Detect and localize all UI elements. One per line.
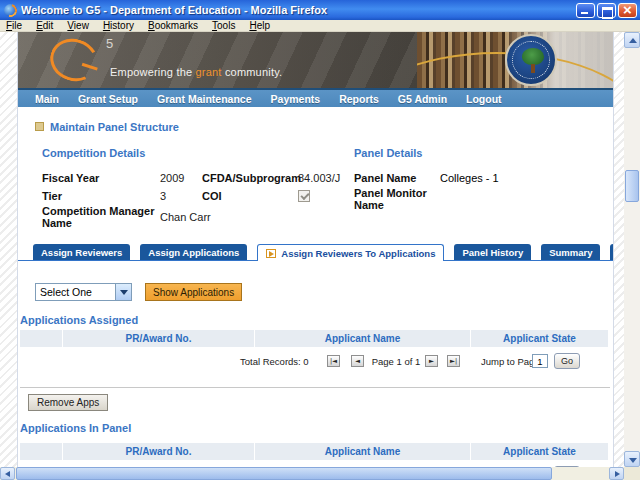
previous-page-button[interactable]: ◄	[351, 355, 364, 367]
nav-payments[interactable]: Payments	[271, 93, 321, 105]
competition-manager-label: Competition Manager Name	[42, 205, 160, 229]
scroll-up-arrow-icon[interactable]	[624, 32, 640, 48]
page-content: 5 Empowering the grant community. Main G…	[18, 32, 613, 467]
active-tab-label: Assign Reviewers To Applications	[281, 248, 435, 259]
menu-view[interactable]: View	[67, 20, 89, 31]
jump-to-page-input[interactable]	[532, 354, 548, 368]
horizontal-scroll-thumb[interactable]	[16, 467, 552, 480]
seal-trunk-icon	[531, 64, 535, 73]
page-title-bullet-icon	[35, 122, 44, 131]
tab-assign-applications[interactable]: Assign Applications	[140, 244, 247, 260]
competition-manager-value: Chan Carr	[160, 211, 348, 223]
tier-label: Tier	[42, 190, 160, 202]
menu-bookmarks[interactable]: Bookmarks	[148, 20, 198, 31]
window-title: Welcome to G5 - Department of Education …	[21, 4, 576, 16]
scroll-right-arrow-icon[interactable]	[609, 467, 624, 480]
tagline-post: community.	[222, 66, 283, 78]
fiscal-year-label: Fiscal Year	[42, 172, 160, 184]
vertical-scrollbar[interactable]	[624, 32, 640, 467]
panel-details: Panel Details Panel Name Colleges - 1 Pa…	[348, 147, 613, 223]
tab-confirmation[interactable]: Confirmation	[610, 244, 613, 260]
tagline-pre: Empowering the	[110, 66, 196, 78]
tier-row: Tier 3 COI	[42, 187, 348, 204]
tagline-accent: grant	[196, 66, 222, 78]
main-navigation: Main Grant Setup Grant Maintenance Payme…	[18, 88, 613, 107]
menu-edit[interactable]: Edit	[36, 20, 53, 31]
panel-details-heading: Panel Details	[354, 147, 613, 161]
page-indicator: Page 1 of 1	[370, 356, 422, 367]
browser-viewport: 5 Empowering the grant community. Main G…	[0, 32, 640, 467]
application-filter-select[interactable]: Select One	[35, 283, 132, 301]
tier-value: 3	[160, 190, 202, 202]
column-applicant-state: Applicant State	[471, 330, 608, 347]
nav-logout[interactable]: Logout	[466, 93, 502, 105]
vertical-scroll-thumb[interactable]	[625, 170, 639, 202]
panel-name-label: Panel Name	[354, 172, 440, 184]
menu-tools[interactable]: Tools	[212, 20, 235, 31]
page-title-row: Maintain Panel Structure	[35, 120, 613, 133]
divider	[20, 387, 610, 388]
next-page-button[interactable]: ►	[425, 355, 438, 367]
cfda-value: 84.003/J	[298, 172, 348, 184]
tab-summary[interactable]: Summary	[541, 244, 600, 260]
horizontal-scrollbar[interactable]	[0, 467, 624, 480]
competition-details: Competition Details Fiscal Year 2009 CFD…	[18, 147, 348, 223]
page-title: Maintain Panel Structure	[50, 121, 179, 133]
scroll-down-arrow-icon[interactable]	[624, 451, 640, 467]
right-margin-stripe	[613, 32, 624, 467]
tab-assign-reviewers-to-applications[interactable]: Assign Reviewers To Applications	[257, 244, 444, 261]
department-of-education-seal-icon	[505, 34, 557, 86]
competition-details-heading: Competition Details	[42, 147, 348, 161]
column-pr-award-no: PR/Award No.	[63, 330, 254, 347]
last-page-button[interactable]: ►|	[447, 355, 460, 367]
nav-g5-admin[interactable]: G5 Admin	[398, 93, 447, 105]
jump-to-page-label: Jump to Page	[481, 356, 540, 367]
panel-monitor-row: Panel Monitor Name	[354, 187, 613, 204]
pagination-in-panel: Total Records: 0 |◄ ◄ Page 1 of 1 ► ►| J…	[18, 460, 613, 467]
minimize-button[interactable]	[576, 3, 595, 18]
first-page-button[interactable]: |◄	[327, 355, 340, 367]
menu-file[interactable]: File	[6, 20, 22, 31]
g5-logo-sup: 5	[106, 36, 113, 51]
details-section: Competition Details Fiscal Year 2009 CFD…	[18, 147, 613, 223]
go-button[interactable]: Go	[554, 353, 580, 369]
firefox-icon	[4, 4, 17, 17]
applications-in-panel-header: PR/Award No. Applicant Name Applicant St…	[20, 443, 608, 460]
applications-in-panel-heading: Applications In Panel	[20, 422, 613, 435]
menu-history[interactable]: History	[103, 20, 134, 31]
coi-checkbox[interactable]	[298, 190, 310, 202]
restore-button[interactable]	[597, 3, 616, 18]
menu-bar: File Edit View History Bookmarks Tools H…	[0, 20, 640, 32]
applications-assigned-header: PR/Award No. Applicant Name Applicant St…	[20, 330, 608, 347]
filter-row: Select One Show Applications	[35, 283, 613, 301]
tab-panel-history[interactable]: Panel History	[454, 244, 531, 260]
g5-banner: 5 Empowering the grant community.	[18, 32, 613, 88]
nav-main[interactable]: Main	[35, 93, 59, 105]
left-margin-stripe	[0, 32, 18, 467]
show-applications-button[interactable]: Show Applications	[145, 283, 242, 301]
nav-grant-setup[interactable]: Grant Setup	[78, 93, 138, 105]
scroll-left-arrow-icon[interactable]	[0, 467, 15, 480]
close-button[interactable]	[618, 3, 637, 18]
window-controls	[576, 3, 637, 18]
scrollbar-corner	[624, 467, 640, 480]
coi-label: COI	[202, 190, 298, 202]
pagination-assigned: Total Records: 0 |◄ ◄ Page 1 of 1 ► ►| J…	[18, 347, 613, 379]
column-applicant-state: Applicant State	[471, 443, 608, 460]
nav-reports[interactable]: Reports	[339, 93, 379, 105]
remove-apps-button[interactable]: Remove Apps	[28, 394, 108, 411]
fiscal-year-row: Fiscal Year 2009 CFDA/Subprogram 84.003/…	[42, 169, 348, 186]
column-applicant-name: Applicant Name	[255, 330, 470, 347]
column-select	[20, 443, 62, 460]
column-select	[20, 330, 62, 347]
active-tab-icon	[266, 249, 276, 258]
window-titlebar[interactable]: Welcome to G5 - Department of Education …	[0, 0, 640, 20]
tab-assign-reviewers[interactable]: Assign Reviewers	[33, 244, 130, 260]
menu-help[interactable]: Help	[249, 20, 270, 31]
panel-monitor-label: Panel Monitor Name	[354, 187, 440, 211]
applications-assigned-heading: Applications Assigned	[20, 314, 613, 327]
chevron-down-icon[interactable]	[115, 284, 131, 300]
column-pr-award-no: PR/Award No.	[63, 443, 254, 460]
nav-grant-maintenance[interactable]: Grant Maintenance	[157, 93, 252, 105]
tab-bar: Assign Reviewers Assign Applications Ass…	[18, 244, 613, 261]
